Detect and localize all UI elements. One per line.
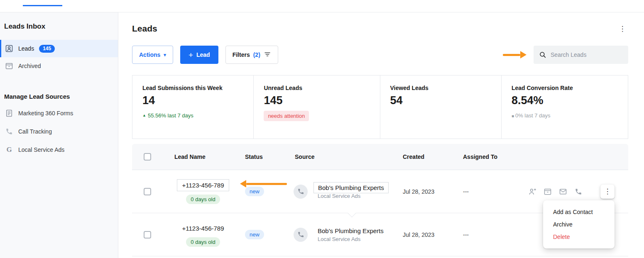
google-g-icon: G	[5, 146, 13, 154]
sidebar-item-label: Archived	[18, 63, 41, 69]
sidebar-item-label: Local Service Ads	[18, 146, 64, 153]
leads-count-badge: 145	[39, 45, 55, 53]
status-badge: new	[245, 230, 264, 239]
search-icon	[539, 51, 546, 58]
lead-age-badge: 0 days old	[186, 195, 220, 204]
sidebar-item-archived[interactable]: Archived	[0, 57, 118, 75]
add-contact-icon[interactable]	[528, 187, 536, 196]
stat-viewed-leads: Viewed Leads 54	[380, 75, 502, 139]
stat-value: 145	[264, 94, 370, 107]
select-all-checkbox[interactable]	[144, 153, 151, 161]
assigned-to: ---	[458, 188, 508, 195]
page-kebab-menu-icon[interactable]: ⋮	[617, 25, 628, 32]
sidebar-item-local-service-ads[interactable]: G Local Service Ads	[0, 141, 118, 159]
add-lead-button[interactable]: + Lead	[180, 46, 218, 64]
search-input[interactable]	[551, 51, 623, 58]
stat-value: 8.54%	[512, 94, 618, 107]
call-icon[interactable]	[574, 187, 583, 196]
assigned-to: ---	[458, 231, 508, 238]
main-content: Leads ⋮ Actions ▾ + Lead Filters (2)	[118, 12, 644, 258]
stat-delta-flat: ■0% last 7 days	[512, 112, 618, 119]
menu-item-add-as-contact[interactable]: Add as Contact	[543, 206, 615, 218]
sidebar-item-label: Leads	[18, 45, 34, 52]
source-type: Local Service Ads	[313, 236, 388, 242]
sidebar: Leads Inbox Leads 145 Archived Ma	[0, 12, 118, 258]
sidebar-title: Leads Inbox	[0, 22, 118, 31]
page: Leads Inbox Leads 145 Archived Ma	[0, 0, 644, 258]
phone-icon	[5, 127, 13, 136]
plus-icon: +	[189, 51, 193, 59]
stat-delta-up: ▲55.56% last 7 days	[142, 112, 243, 119]
row-context-menu: Add as Contact Archive Delete	[543, 200, 615, 248]
annotation-arrow-to-search	[503, 51, 526, 58]
form-icon	[5, 109, 13, 117]
sidebar-item-label: Marketing 360 Forms	[18, 110, 73, 117]
needs-attention-badge: needs attention	[264, 111, 309, 121]
menu-item-delete[interactable]: Delete	[543, 231, 615, 243]
top-tab-bar	[0, 0, 644, 12]
filters-count: (2)	[253, 51, 260, 58]
stat-value: 14	[142, 94, 243, 107]
stat-value: 54	[390, 94, 491, 107]
leads-table: Lead Name Status Source Created Assigned…	[132, 144, 628, 256]
chevron-down-icon: ▾	[164, 52, 166, 58]
kebab-icon: ⋮	[604, 188, 611, 195]
flat-square-icon: ■	[512, 114, 514, 118]
status-badge: new	[245, 187, 264, 196]
sidebar-item-call-tracking[interactable]: Call Tracking	[0, 122, 118, 141]
table-header: Lead Name Status Source Created Assigned…	[132, 144, 628, 170]
menu-item-archive[interactable]: Archive	[543, 218, 615, 231]
sidebar-section-title: Manage Lead Sources	[0, 93, 118, 100]
actions-button[interactable]: Actions ▾	[132, 46, 173, 64]
column-header-status[interactable]: Status	[240, 153, 288, 160]
archive-icon	[5, 62, 13, 70]
source-name: Bob's Plumbing Experts	[313, 182, 389, 193]
sidebar-item-label: Call Tracking	[18, 128, 52, 135]
column-header-assigned-to[interactable]: Assigned To	[458, 153, 508, 160]
column-header-created[interactable]: Created	[398, 153, 458, 160]
lead-name[interactable]: +1123-456-789	[177, 223, 228, 234]
column-header-source[interactable]: Source	[288, 153, 398, 160]
email-icon[interactable]	[559, 187, 567, 196]
filters-button[interactable]: Filters (2)	[225, 46, 278, 64]
sidebar-item-marketing-360-forms[interactable]: Marketing 360 Forms	[0, 104, 118, 122]
table-row: +1123-456-789 0 days old new Bob's Plumb…	[132, 170, 628, 213]
annotation-arrow-to-lead-name	[240, 180, 287, 187]
stats-panel: Lead Submissions this Week 14 ▲55.56% la…	[132, 75, 628, 139]
active-tab-indicator	[23, 5, 62, 6]
stat-lead-submissions: Lead Submissions this Week 14 ▲55.56% la…	[132, 75, 254, 139]
source-type: Local Service Ads	[313, 193, 389, 199]
archive-action-icon[interactable]	[544, 187, 552, 196]
created-date: Jul 28, 2023	[398, 188, 458, 195]
source-phone-icon	[294, 228, 308, 242]
column-header-lead-name[interactable]: Lead Name	[169, 153, 240, 160]
created-date: Jul 28, 2023	[398, 231, 458, 238]
lead-name[interactable]: +1123-456-789	[177, 179, 229, 191]
search-box[interactable]	[534, 46, 628, 64]
sidebar-item-leads[interactable]: Leads 145	[0, 40, 118, 57]
stat-conversion-rate: Lead Conversion Rate 8.54% ■0% last 7 da…	[502, 75, 628, 139]
row-checkbox[interactable]	[144, 231, 151, 239]
up-triangle-icon: ▲	[142, 113, 146, 117]
source-name: Bob's Plumbing Experts	[313, 226, 388, 236]
filter-icon	[264, 51, 271, 59]
row-kebab-menu-button[interactable]: ⋮	[600, 185, 615, 199]
source-phone-icon	[294, 185, 308, 199]
lead-age-badge: 0 days old	[186, 237, 220, 247]
stat-unread-leads: Unread Leads 145 needs attention	[254, 75, 380, 139]
page-title: Leads	[132, 24, 157, 34]
toolbar: Actions ▾ + Lead Filters (2)	[132, 46, 628, 64]
leads-icon	[5, 44, 13, 53]
row-checkbox[interactable]	[144, 188, 151, 195]
